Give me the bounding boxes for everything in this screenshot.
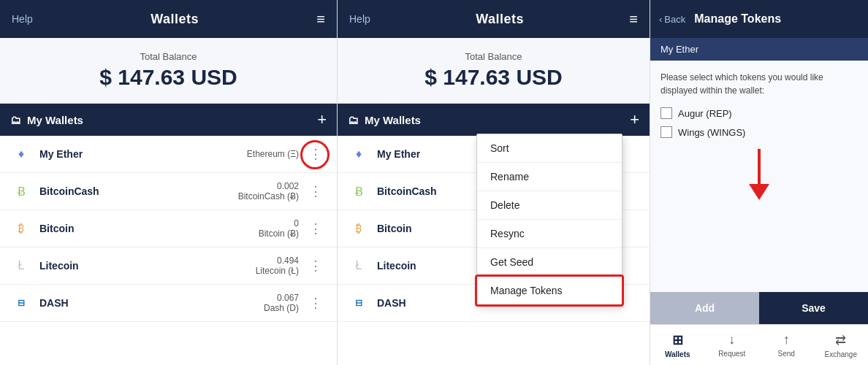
panel3-subheader: My Ether	[650, 38, 868, 61]
wallet-item-litecoin[interactable]: Ł Litecoin 0.494Litecoin (Ł) ⋮	[0, 247, 337, 285]
wings-label: Wings (WINGS)	[678, 127, 745, 138]
wallets-nav-label: Wallets	[665, 350, 690, 358]
panel-1: Help Wallets ≡ Total Balance $ 147.63 US…	[0, 0, 338, 365]
panel1-balance-label: Total Balance	[0, 51, 337, 62]
dropdown-get-seed[interactable]: Get Seed	[477, 248, 622, 277]
add-button[interactable]: Add	[650, 292, 759, 324]
panel2-add-wallet-button[interactable]: +	[630, 110, 639, 129]
dropdown-resync[interactable]: Resync	[477, 220, 622, 248]
send-nav-label: Send	[778, 350, 795, 358]
panel1-title: Wallets	[151, 12, 199, 27]
wallet-balance-bitcoincash: 0.002BitcoinCash (Ƀ)	[238, 181, 299, 201]
wallet-name-bitcoincash: BitcoinCash	[39, 185, 238, 197]
wallet-icon: 🗂	[10, 114, 21, 126]
dropdown-sort[interactable]: Sort	[477, 134, 622, 163]
wallet-menu-bitcoincash[interactable]: ⋮	[305, 182, 327, 201]
arrow-area	[660, 145, 858, 204]
panel2-balance-section: Total Balance $ 147.63 USD	[338, 38, 650, 104]
panel1-wallet-list: ♦ My Ether Ethereum (Ξ) ⋮ Ƀ BitcoinCash …	[0, 136, 337, 365]
nav-send[interactable]: ↑ Send	[759, 325, 814, 365]
p2-btc-icon: ₿	[348, 218, 370, 239]
panel1-header: Help Wallets ≡	[0, 0, 337, 38]
panel3-footer-buttons: Add Save	[650, 292, 868, 324]
p2-bch-icon: Ƀ	[348, 180, 370, 202]
panel1-balance-section: Total Balance $ 147.63 USD	[0, 38, 337, 104]
wallet-menu-dash[interactable]: ⋮	[305, 293, 327, 312]
exchange-nav-label: Exchange	[825, 350, 857, 358]
dropdown-delete[interactable]: Delete	[477, 191, 622, 220]
wallet-balance-litecoin: 0.494Litecoin (Ł)	[256, 256, 299, 276]
wallet-balance-myether: Ethereum (Ξ)	[247, 149, 299, 159]
panel1-menu-icon[interactable]: ≡	[316, 11, 325, 28]
panel2-title: Wallets	[476, 12, 524, 27]
wallet-icon2: 🗂	[348, 114, 359, 126]
btc-icon: ₿	[10, 218, 32, 239]
panel1-wallets-label: 🗂 My Wallets	[10, 114, 83, 126]
wallet-name-dash: DASH	[39, 297, 264, 309]
save-button[interactable]: Save	[759, 292, 868, 324]
send-nav-icon: ↑	[783, 332, 790, 347]
panel-3: ‹ Back Manage Tokens My Ether Please sel…	[650, 0, 868, 365]
panel2-wallets-label: 🗂 My Wallets	[348, 114, 421, 126]
dropdown-rename[interactable]: Rename	[477, 163, 622, 191]
panel1-balance-amount: $ 147.63 USD	[0, 65, 337, 90]
nav-request[interactable]: ↓ Request	[705, 325, 760, 365]
dash-icon: ⊟	[10, 292, 32, 314]
panel2-balance-amount: $ 147.63 USD	[338, 65, 650, 90]
eth-icon: ♦	[10, 143, 32, 165]
wallet-balance-dash: 0.067Dash (D)	[264, 293, 299, 313]
token-row-wings: Wings (WINGS)	[660, 126, 858, 138]
request-nav-icon: ↓	[728, 332, 735, 347]
wallet-menu-bitcoin[interactable]: ⋮	[305, 219, 327, 238]
wallet-item-bitcoincash[interactable]: Ƀ BitcoinCash 0.002BitcoinCash (Ƀ) ⋮	[0, 173, 337, 210]
svg-marker-1	[749, 184, 769, 200]
panel2-help[interactable]: Help	[349, 13, 370, 25]
dropdown-manage-tokens[interactable]: Manage Tokens	[477, 277, 622, 304]
red-arrow-icon	[745, 149, 774, 200]
wallet-name-bitcoin: Bitcoin	[39, 223, 259, 234]
panel2-header: Help Wallets ≡	[338, 0, 650, 38]
ltc-icon: Ł	[10, 255, 32, 277]
p2-ltc-icon: Ł	[348, 255, 370, 277]
wings-checkbox[interactable]	[660, 126, 672, 138]
token-row-augur: Augur (REP)	[660, 107, 858, 119]
wallets-nav-icon: ⊞	[672, 332, 683, 348]
context-menu-dropdown: Sort Rename Delete Resync Get Seed Manag…	[476, 134, 623, 305]
panel3-content: Please select which tokens you would lik…	[650, 61, 868, 292]
panel1-add-wallet-button[interactable]: +	[317, 110, 327, 129]
augur-label: Augur (REP)	[678, 108, 732, 119]
panel2-balance-label: Total Balance	[338, 51, 650, 62]
panel3-bottom-nav: ⊞ Wallets ↓ Request ↑ Send ⇄ Exchange	[650, 324, 868, 365]
bch-icon: Ƀ	[10, 180, 32, 202]
p2-eth-icon: ♦	[348, 143, 370, 165]
panel2-menu-icon[interactable]: ≡	[629, 11, 638, 28]
nav-wallets[interactable]: ⊞ Wallets	[650, 325, 705, 365]
p2-dash-icon: ⊟	[348, 292, 370, 314]
request-nav-label: Request	[718, 350, 745, 358]
panel2-wallets-bar: 🗂 My Wallets +	[338, 104, 650, 136]
chevron-left-icon: ‹	[659, 14, 662, 25]
wallet-menu-litecoin[interactable]: ⋮	[305, 256, 327, 275]
panel1-help[interactable]: Help	[12, 13, 33, 25]
wallet-item-myether[interactable]: ♦ My Ether Ethereum (Ξ) ⋮	[0, 136, 337, 173]
panel3-header: ‹ Back Manage Tokens	[650, 0, 868, 38]
wallet-menu-myether[interactable]: ⋮	[305, 145, 327, 164]
panel-2: Help Wallets ≡ Total Balance $ 147.63 US…	[338, 0, 650, 365]
back-button[interactable]: ‹ Back	[659, 14, 685, 25]
wallet-name-myether: My Ether	[39, 148, 247, 160]
wallet-item-bitcoin[interactable]: ₿ Bitcoin 0Bitcoin (Ƀ) ⋮	[0, 210, 337, 247]
panel3-instruction: Please select which tokens you would lik…	[660, 71, 858, 97]
panel1-wallets-bar: 🗂 My Wallets +	[0, 104, 337, 136]
exchange-nav-icon: ⇄	[835, 332, 846, 348]
augur-checkbox[interactable]	[660, 107, 672, 119]
panel3-title: Manage Tokens	[694, 12, 781, 26]
wallet-balance-bitcoin: 0Bitcoin (Ƀ)	[259, 218, 299, 239]
wallet-name-litecoin: Litecoin	[39, 260, 256, 272]
wallet-item-dash[interactable]: ⊟ DASH 0.067Dash (D) ⋮	[0, 285, 337, 322]
nav-exchange[interactable]: ⇄ Exchange	[814, 325, 869, 365]
